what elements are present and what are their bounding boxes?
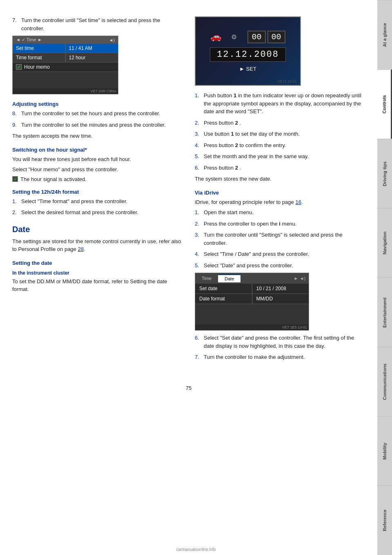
format-step-2-text: Select the desired format and press the … — [21, 208, 183, 217]
step4-bold: 2 — [235, 142, 238, 148]
set-button-display: ► SET — [239, 66, 256, 72]
date-intro: The settings are stored for the remote c… — [12, 237, 183, 253]
idrive-step-1-text: Open the start menu. — [204, 208, 365, 217]
step3-text-post: to set the day of the month. — [235, 131, 300, 137]
right-step-5-num: 5. — [195, 152, 202, 161]
date-tab[interactable]: Date — [218, 274, 241, 282]
right-step-3-text: Use button 1 to set the day of the month… — [204, 130, 365, 138]
step1-bold: 1 — [234, 92, 236, 98]
step4-text-pre: Press button — [204, 142, 234, 148]
idrive-page-ref[interactable]: 16 — [295, 199, 301, 205]
idrive-step-5-num: 5. — [195, 262, 202, 270]
hour-memo-row: ✔ Hour memo — [13, 63, 118, 72]
right-step-2-num: 2. — [195, 119, 202, 127]
step-8-text: Turn the controller to set the hours and… — [21, 110, 183, 118]
page-number-container: 75 — [0, 381, 377, 399]
idrive-step-4: 4. Select "Time / Date" and press the co… — [195, 250, 365, 258]
page-number: 75 — [186, 385, 192, 391]
time-ui-panel: ◄ ✓ Time ► ◄) Set time 11 / 41 AM Time f… — [12, 36, 118, 94]
time-format-row: Time format 12 hour — [13, 53, 118, 63]
date-ui-panel: Time Date ► ◄) Set date 10 / 21 / 2008 D… — [195, 273, 309, 331]
header-right: ◄) — [109, 38, 115, 43]
right-step-1-num: 1. — [195, 92, 202, 116]
right-step-3-num: 3. — [195, 130, 202, 138]
sidebar-tab-communications[interactable]: Communications — [377, 347, 392, 416]
right-step-1-text: Push button 1 in the turn indicator leve… — [204, 92, 365, 116]
header-left: ◄ ✓ Time ► — [16, 37, 42, 43]
setting-date-heading: Setting the date — [12, 260, 183, 266]
hour-signal-check-icon: ✔ — [12, 176, 18, 182]
idrive-step-2-text: Press the controller to open the i menu. — [204, 220, 365, 228]
idrive-step-1-num: 1. — [195, 208, 202, 217]
car-display-panel: 🚗 ⚙ 00 00 12.12.2008 ► SET VE12 15-01 — [195, 16, 301, 86]
date-intro-text: The settings are stored for the remote c… — [12, 238, 181, 253]
set-time-row: Set time 11 / 41 AM — [13, 44, 118, 53]
right-step-4-text: Press button 2 to confirm the entry. — [204, 141, 365, 150]
left-column: 7. Turn the controller until "Set time" … — [12, 16, 183, 365]
idrive-step2-bold: i — [279, 221, 281, 227]
time-boxes: 00 00 — [247, 31, 285, 43]
system-stores-text: The system stores the new date. — [195, 175, 365, 183]
car-panel-note: VE12 15-01 — [276, 78, 298, 84]
idrive-step-1: 1. Open the start menu. — [195, 208, 365, 217]
hour-signal-text1: You will hear three tones just before ea… — [12, 155, 183, 163]
set-date-row: Set date 10 / 21 / 2008 — [195, 284, 309, 294]
right-step-6-num: 6. — [195, 164, 202, 172]
format-step-2: 2. Select the desired format and press t… — [12, 208, 183, 217]
sidebar-tab-navigation[interactable]: Navigation — [377, 208, 392, 278]
ui-panel-header: ◄ ✓ Time ► ◄) — [13, 36, 118, 44]
idrive-step-7-text: Turn the controller to make the adjustme… — [204, 353, 365, 361]
idrive-step-4-text: Select "Time / Date" and press the contr… — [204, 250, 365, 258]
step-9-num: 9. — [12, 121, 20, 129]
date-page-ref[interactable]: 28 — [78, 246, 83, 252]
system-accepts-text: The system accepts the new time. — [12, 132, 183, 140]
right-step-6-text: Press button 2 . — [204, 164, 365, 172]
right-step-3: 3. Use button 1 to set the day of the mo… — [195, 130, 365, 138]
step2-bold: 2 — [235, 120, 238, 126]
date-panel-nav: ► ◄) — [241, 276, 309, 281]
right-step-2-text: Press button 2 . — [204, 119, 365, 127]
sidebar: At a glance Controls Driving tips Naviga… — [377, 0, 392, 555]
idrive-step-6: 6. Select "Set date" and press the contr… — [195, 334, 365, 350]
step4-text-post: to confirm the entry. — [239, 142, 286, 148]
date-format-value: MM/DD — [252, 294, 309, 304]
format-heading: Setting the 12h/24h format — [12, 189, 183, 195]
date-panel-note: VE7 1E5 13-01 — [195, 324, 309, 330]
hour-signal-activated-row: ✔ The hour signal is activated. — [12, 176, 183, 182]
date-ui-header: Time Date ► ◄) — [195, 273, 309, 284]
indicator-icon: ⚙ — [231, 33, 237, 41]
idrive-step-6-text: Select "Set date" and press the controll… — [204, 334, 365, 350]
sidebar-tab-controls[interactable]: Controls — [377, 69, 392, 139]
sidebar-tab-entertainment[interactable]: Entertainment — [377, 278, 392, 347]
step6-bold: 2 — [235, 165, 238, 171]
sidebar-tab-at-a-glance[interactable]: At a glance — [377, 0, 392, 69]
idrive-step2-pre: Press the controller to open the — [204, 221, 278, 227]
set-time-label: Set time — [13, 44, 65, 53]
via-idrive-heading: Via iDrive — [195, 190, 365, 196]
step-7: 7. Turn the controller until "Set time" … — [12, 16, 183, 32]
main-content: 7. Turn the controller until "Set time" … — [0, 0, 377, 381]
sidebar-tab-driving-tips[interactable]: Driving tips — [377, 139, 392, 208]
right-step-5-text: Set the month and the year in the same w… — [204, 152, 365, 161]
hour-signal-text2: Select "Hour memo" and press the control… — [12, 166, 183, 174]
time-tab[interactable]: Time — [195, 275, 218, 282]
instrument-cluster-heading: In the instrument cluster — [12, 270, 183, 276]
step1-text-pre: Push button — [204, 92, 232, 98]
idrive-step-3: 3. Turn the controller until "Settings" … — [195, 231, 365, 247]
date-format-row: Date format MM/DD — [195, 294, 309, 304]
hour-signal-heading: Switching on the hour signal* — [12, 147, 183, 153]
date-heading: Date — [12, 225, 183, 234]
step-8-num: 8. — [12, 110, 20, 118]
bottom-logo: carmanualsonline.info — [176, 547, 216, 552]
step-7-num: 7. — [12, 16, 20, 32]
format-step-1: 1. Select "Time format" and press the co… — [12, 197, 183, 206]
step2-text-post: . — [239, 120, 241, 126]
sidebar-tab-mobility[interactable]: Mobility — [377, 416, 392, 486]
step3-text-pre: Use button — [204, 131, 229, 137]
sidebar-tab-reference[interactable]: Reference — [377, 486, 392, 555]
right-step-4: 4. Press button 2 to confirm the entry. — [195, 141, 365, 150]
car-icon: 🚗 — [210, 31, 221, 42]
right-step-4-num: 4. — [195, 141, 202, 150]
time-format-label: Time format — [13, 53, 65, 62]
car-icons-row: 🚗 ⚙ 00 00 — [210, 31, 285, 43]
